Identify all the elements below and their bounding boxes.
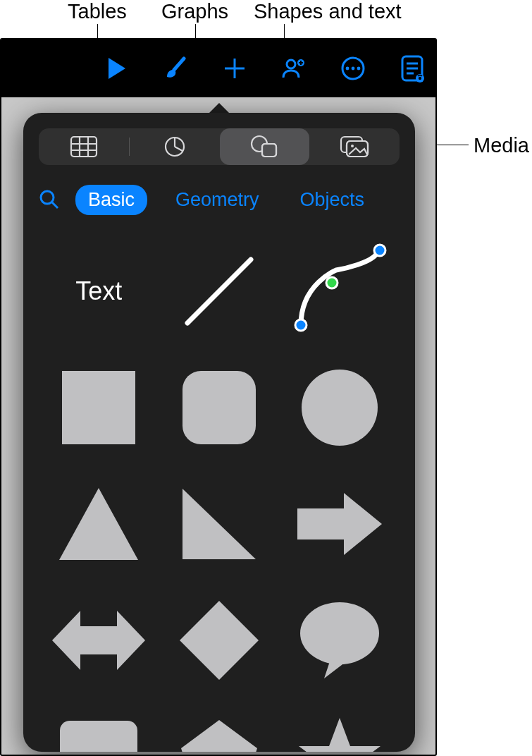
- svg-rect-46: [60, 721, 137, 752]
- svg-point-3: [287, 60, 295, 68]
- shape-line[interactable]: [159, 233, 280, 349]
- svg-marker-48: [181, 720, 257, 752]
- callout-media-label: Media: [474, 134, 529, 157]
- collaborate-icon[interactable]: [278, 52, 310, 85]
- shape-circle[interactable]: [279, 349, 400, 465]
- shape-right-triangle[interactable]: [159, 465, 280, 582]
- segment-tables[interactable]: [39, 128, 129, 165]
- shape-star[interactable]: [279, 698, 400, 752]
- svg-marker-39: [59, 488, 138, 560]
- shape-text-label: Text: [75, 276, 122, 306]
- shape-double-arrow[interactable]: [39, 582, 159, 698]
- shape-arrow-right[interactable]: [279, 465, 400, 582]
- segment-shapes[interactable]: [220, 128, 310, 165]
- shape-diamond[interactable]: [159, 582, 280, 698]
- svg-point-8: [346, 67, 349, 71]
- svg-rect-17: [71, 137, 97, 157]
- insert-type-segmented-control: [39, 128, 400, 165]
- shape-curve[interactable]: [279, 233, 400, 349]
- svg-marker-42: [52, 611, 145, 670]
- svg-point-38: [302, 370, 378, 446]
- shape-callout[interactable]: [39, 698, 159, 752]
- insert-popover: Basic Geometry Objects Anim Text: [23, 113, 415, 752]
- svg-rect-36: [62, 371, 135, 444]
- plus-icon[interactable]: [218, 52, 251, 85]
- segment-media[interactable]: [309, 128, 400, 165]
- category-geometry[interactable]: Geometry: [163, 185, 272, 215]
- shape-rounded-square[interactable]: [159, 349, 280, 465]
- category-basic[interactable]: Basic: [75, 185, 147, 215]
- svg-point-16: [419, 77, 421, 80]
- svg-line-32: [187, 260, 251, 323]
- svg-marker-41: [297, 493, 382, 555]
- svg-line-31: [52, 202, 58, 208]
- shape-pentagon[interactable]: [159, 698, 280, 752]
- svg-point-29: [351, 145, 354, 147]
- callout-tables-label: Tables: [68, 0, 127, 23]
- category-animals[interactable]: Anim: [392, 185, 405, 215]
- more-icon[interactable]: [337, 52, 369, 85]
- svg-point-33: [295, 319, 307, 331]
- shape-text[interactable]: Text: [39, 233, 159, 349]
- brush-icon[interactable]: [159, 52, 192, 85]
- svg-point-34: [326, 277, 338, 288]
- main-toolbar: [1, 39, 435, 97]
- shape-triangle[interactable]: [39, 465, 159, 582]
- svg-point-35: [374, 245, 385, 256]
- shape-category-row: Basic Geometry Objects Anim: [39, 182, 405, 217]
- search-icon[interactable]: [39, 187, 60, 212]
- play-icon[interactable]: [100, 52, 132, 85]
- svg-marker-0: [109, 58, 125, 79]
- svg-rect-37: [183, 371, 256, 444]
- category-objects[interactable]: Objects: [287, 185, 378, 215]
- svg-marker-40: [183, 489, 256, 559]
- presenter-notes-icon[interactable]: [396, 52, 428, 85]
- svg-rect-24: [262, 144, 276, 157]
- svg-point-9: [352, 67, 355, 71]
- shapes-grid: Text: [39, 233, 400, 752]
- shape-speech-bubble[interactable]: [279, 582, 400, 698]
- callout-graphs-label: Graphs: [161, 0, 228, 23]
- app-window: Basic Geometry Objects Anim Text: [0, 38, 437, 756]
- segment-charts[interactable]: [130, 128, 220, 165]
- svg-marker-49: [299, 718, 381, 752]
- shape-square[interactable]: [39, 349, 159, 465]
- svg-marker-43: [180, 601, 259, 680]
- callout-shapes-label: Shapes and text: [254, 0, 402, 23]
- svg-point-10: [357, 67, 361, 71]
- svg-point-44: [300, 602, 379, 664]
- svg-point-30: [41, 191, 54, 204]
